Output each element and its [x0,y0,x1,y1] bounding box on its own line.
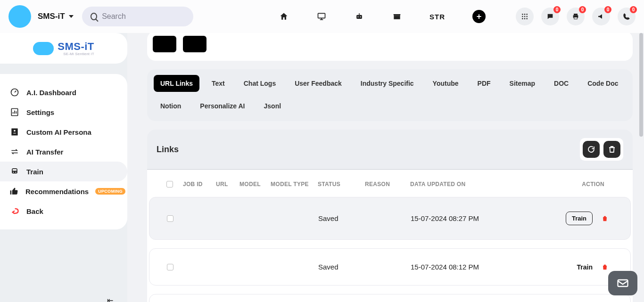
add-button[interactable]: + [472,10,486,23]
tab-notion[interactable]: Notion [154,98,188,114]
svg-point-22 [15,172,16,173]
svg-point-8 [524,16,526,17]
delete-row-icon[interactable] [601,215,609,222]
svg-point-12 [526,18,528,19]
announce-badge: 0 [604,6,611,13]
refresh-button[interactable] [583,141,600,158]
scrollbar-thumb[interactable] [639,33,643,137]
announce-button[interactable]: 0 [592,8,610,25]
svg-rect-23 [13,169,17,171]
tab-personalize-ai[interactable]: Personalize AI [193,98,251,114]
brand-dropdown[interactable]: SMS-iT [38,12,74,21]
sidebar-item-recommendations[interactable]: Recommendations UPCOMING [0,181,127,201]
svg-rect-20 [12,168,17,173]
monitor-icon[interactable] [316,11,327,22]
svg-point-10 [522,18,523,19]
action-chip[interactable] [183,36,206,52]
robot-icon[interactable] [354,11,364,22]
sidebar-item-settings[interactable]: Settings [0,102,127,122]
tab-youtube[interactable]: Youtube [426,75,465,92]
action-chip[interactable] [153,36,176,52]
store-icon[interactable] [392,11,402,22]
tab-user-feedback[interactable]: User Feedback [288,75,348,92]
logo-subtext: SE-Mi Sentient iT [58,52,94,56]
main-content: URL Links Text Chat Logs User Feedback I… [127,33,644,302]
row-checkbox[interactable] [167,264,173,270]
actions-card [147,33,633,61]
source-tabs: URL Links Text Chat Logs User Feedback I… [154,75,626,114]
sidebar-nav: A.I. Dashboard Settings Custom AI Person… [0,74,127,229]
mail-support-fab[interactable] [608,271,637,295]
tab-pdf[interactable]: PDF [471,75,497,92]
table-row: Saved 15-07-2024 08:06 PM Train [149,294,631,302]
col-status: STATUS [318,181,365,188]
svg-point-11 [524,18,526,19]
table-header: JOB ID URL MODEL MODEL TYPE STATUS REASO… [147,170,633,197]
home-icon[interactable] [279,11,289,22]
source-tabs-card: URL Links Text Chat Logs User Feedback I… [147,69,633,121]
sidebar-item-label: Settings [26,108,54,116]
train-button[interactable]: Train [577,263,593,271]
row-checkbox[interactable] [167,215,173,222]
header-right: 0 0 0 0 [516,8,636,25]
logo-card: SMS-iT SE-Mi Sentient iT [0,33,127,64]
thumbs-up-icon [9,186,19,196]
tab-sitemap[interactable]: Sitemap [503,75,542,92]
col-action: ACTION [533,181,623,188]
gauge-icon [9,87,20,98]
sidebar-item-ai-dashboard[interactable]: A.I. Dashboard [0,82,127,102]
svg-rect-13 [574,14,578,15]
svg-rect-0 [318,13,325,18]
tab-url-links[interactable]: URL Links [154,75,199,92]
row-status: Saved [318,214,365,222]
sidebar-item-label: Recommendations [25,188,89,196]
brand-name: SMS-iT [38,12,65,21]
table-body: Saved 15-07-2024 08:27 PM Train [147,197,633,302]
row-date: 15-07-2024 08:12 PM [411,263,533,271]
sidebar-item-label: Train [26,168,43,176]
svg-rect-15 [574,17,578,19]
logo[interactable]: SMS-iT SE-Mi Sentient iT [33,41,94,56]
phone-button[interactable]: 0 [618,8,636,25]
collapse-sidebar-icon[interactable]: ⇤ [107,296,113,302]
svg-point-3 [360,16,361,17]
table-row: Saved 15-07-2024 08:27 PM Train [149,197,631,240]
sidebar-item-custom-ai-persona[interactable]: Custom AI Persona [0,122,127,142]
search-input[interactable] [102,12,184,21]
persona-icon [9,127,20,137]
delete-all-button[interactable] [603,141,620,158]
tab-jsonl[interactable]: Jsonl [257,98,288,114]
logo-text: SMS-iT [58,41,94,53]
sidebar-item-train[interactable]: Train [0,162,127,181]
tab-code-doc[interactable]: Code Doc [581,75,625,92]
tab-text[interactable]: Text [205,75,231,92]
print-button[interactable]: 0 [567,8,585,25]
panel-action-buttons [580,138,623,161]
chat-button[interactable]: 0 [541,8,559,25]
print-badge: 0 [579,6,586,13]
tab-chat-logs[interactable]: Chat Logs [237,75,282,92]
row-status: Saved [318,263,365,271]
svg-point-2 [357,16,358,17]
chevron-down-icon [69,15,74,18]
str-nav[interactable]: STR [429,13,445,21]
train-button[interactable]: Train [566,212,593,225]
col-reason: REASON [365,181,410,188]
select-all-checkbox[interactable] [166,181,173,188]
sidebar: SMS-iT SE-Mi Sentient iT A.I. Dashboard … [0,33,127,302]
delete-row-icon[interactable] [601,263,609,271]
sidebar-item-back[interactable]: Back [0,201,127,221]
avatar[interactable] [8,5,31,28]
phone-badge: 0 [630,6,637,13]
sidebar-item-label: Back [26,207,43,215]
svg-point-21 [13,172,14,173]
search-pill[interactable] [82,7,193,26]
chat-badge: 0 [553,6,561,13]
tab-industry-specific[interactable]: Industry Specific [354,75,421,92]
tab-doc[interactable]: DOC [547,75,575,92]
transfer-icon [9,147,20,157]
apps-grid-button[interactable] [516,8,534,25]
nav-icons: STR + [279,10,486,23]
svg-point-7 [522,16,523,17]
sidebar-item-ai-transfer[interactable]: AI Transfer [0,142,127,162]
